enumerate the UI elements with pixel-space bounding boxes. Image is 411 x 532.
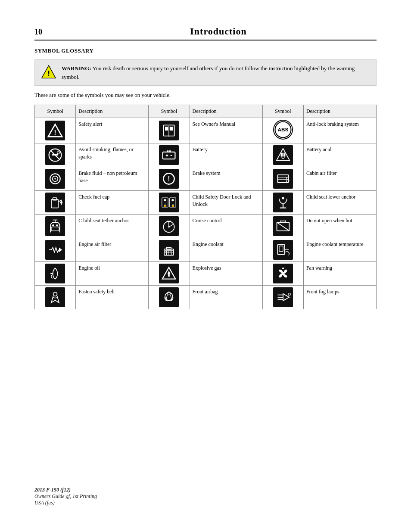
desc-brake-system: Brake system — [190, 167, 262, 190]
table-row: ! Safety alert See Owner's Manual ABS An… — [35, 118, 377, 143]
symbol-abs: ABS — [262, 118, 303, 143]
table-row: C hild seat tether anchor Cruise control… — [35, 214, 377, 238]
table-row: Engine oil Explosive gas Fan warning — [35, 261, 377, 285]
symbol-engine-coolant — [149, 238, 190, 261]
table-row: Check fuel cap 🔓 🔒 Child Safety Door Loc… — [35, 190, 377, 214]
svg-rect-15 — [167, 150, 169, 152]
svg-rect-16 — [169, 150, 171, 152]
footer: 2013 F-150 (f12) Owners Guide gf, 1st Pr… — [34, 487, 97, 506]
intro-text: These are some of the symbols you may se… — [34, 92, 377, 99]
desc-child-seat-tether: C hild seat tether anchor — [76, 214, 149, 238]
section-title: SYMBOL GLOSSARY — [34, 47, 377, 54]
symbol-check-fuel-cap — [35, 190, 76, 214]
warning-label: WARNING: — [62, 65, 91, 72]
fan-warning-icon — [273, 264, 293, 283]
svg-text:🔓: 🔓 — [163, 203, 167, 207]
svg-marker-75 — [282, 267, 284, 269]
desc-explosive-gas: Explosive gas — [190, 261, 262, 285]
desc-child-seat-lower-anchor: Child seat lower anchor — [303, 190, 376, 214]
footer-line2: Owners Guide gf, 1st Printing — [34, 493, 97, 500]
symbol-no-smoking — [35, 143, 76, 167]
svg-point-13 — [57, 152, 59, 154]
svg-rect-45 — [51, 227, 59, 231]
symbol-front-fog: D — [262, 285, 303, 309]
svg-point-76 — [53, 292, 57, 296]
svg-text:!: ! — [54, 129, 56, 137]
symbol-table: Symbol Description Symbol Description Sy… — [34, 105, 377, 309]
svg-rect-14 — [163, 152, 175, 159]
desc-check-fuel-cap: Check fuel cap — [76, 190, 149, 214]
symbol-brake-fluid — [35, 167, 76, 190]
svg-rect-22 — [283, 152, 286, 156]
desc-fan-warning: Fan warning — [303, 261, 376, 285]
desc-engine-coolant-temp: Engine coolant temperature — [303, 238, 376, 261]
footer-line3: USA (fus) — [34, 500, 97, 506]
svg-point-38 — [172, 199, 174, 201]
desc-cabin-air-filter: Cabin air filter — [303, 167, 376, 190]
desc-do-not-open-hot: Do not open when hot — [303, 214, 376, 238]
svg-text:!: ! — [168, 175, 170, 183]
desc-engine-air-filter: Engine air filter — [76, 238, 149, 261]
symbol-engine-air-filter — [35, 238, 76, 261]
svg-point-33 — [60, 201, 62, 203]
svg-marker-71 — [168, 271, 171, 274]
safety-alert-icon: ! — [45, 121, 65, 140]
symbol-safety-alert: ! — [35, 118, 76, 143]
svg-point-25 — [54, 178, 56, 180]
table-row: Avoid smoking, flames, or sparks Battery… — [35, 143, 377, 167]
svg-rect-31 — [51, 199, 58, 208]
symbol-child-seat-lower-anchor — [262, 190, 303, 214]
table-row: Brake fluid – non petroleum base ! Brake… — [35, 167, 377, 190]
symbol-fasten-belt — [35, 285, 76, 309]
svg-text:🔒: 🔒 — [171, 203, 175, 207]
child-seat-lower-anchor-icon — [273, 193, 293, 212]
svg-line-54 — [277, 222, 289, 231]
do-not-open-hot-icon — [273, 216, 293, 236]
desc-owners-manual: See Owner's Manual — [190, 118, 262, 143]
symbol-explosive-gas — [149, 261, 190, 285]
svg-point-46 — [52, 224, 54, 227]
fasten-belt-icon — [45, 287, 65, 307]
desc-battery: Battery — [190, 143, 262, 167]
brake-fluid-icon — [45, 169, 65, 189]
page-title: Introduction — [60, 26, 377, 37]
svg-text:ABS: ABS — [277, 127, 288, 132]
svg-point-51 — [168, 226, 170, 228]
symbol-cruise-control — [149, 214, 190, 238]
no-smoking-icon — [45, 145, 65, 165]
page-header: 10 Introduction — [34, 26, 377, 40]
page-number: 10 — [34, 28, 52, 37]
explosive-gas-icon — [159, 264, 179, 283]
table-row: Fasten safety belt Front airbag D Front … — [35, 285, 377, 309]
child-seat-tether-icon — [45, 216, 65, 236]
svg-text:!: ! — [47, 69, 50, 78]
battery-icon — [159, 145, 179, 165]
warning-text: WARNING: You risk death or serious injur… — [62, 64, 370, 81]
svg-rect-68 — [279, 246, 283, 252]
svg-rect-12 — [52, 154, 58, 156]
svg-point-47 — [56, 224, 58, 227]
symbol-child-safety-door: 🔓 🔒 — [149, 190, 190, 214]
owners-manual-icon — [159, 121, 179, 140]
check-fuel-cap-icon — [45, 193, 65, 212]
desc-engine-oil: Engine oil — [76, 261, 149, 285]
symbol-brake-system: ! — [149, 167, 190, 190]
abs-icon: ABS — [273, 120, 293, 140]
desc-fasten-belt: Fasten safety belt — [76, 285, 149, 309]
desc-engine-coolant: Engine coolant — [190, 238, 262, 261]
engine-coolant-icon — [159, 240, 179, 260]
svg-rect-21 — [280, 152, 283, 156]
front-airbag-icon — [159, 287, 179, 307]
symbol-engine-coolant-temp — [262, 238, 303, 261]
svg-point-35 — [164, 199, 166, 201]
symbol-engine-oil — [35, 261, 76, 285]
cruise-control-icon — [159, 216, 179, 236]
col-header-sym3: Symbol — [262, 105, 303, 118]
col-header-desc1: Description — [76, 105, 149, 118]
svg-point-40 — [282, 197, 284, 199]
table-row: Engine air filter Engine coolant Engine … — [35, 238, 377, 261]
symbol-owners-manual — [149, 118, 190, 143]
svg-marker-55 — [59, 247, 62, 252]
footer-line1: 2013 F-150 (f12) — [34, 487, 97, 493]
symbol-child-seat-tether — [35, 214, 76, 238]
